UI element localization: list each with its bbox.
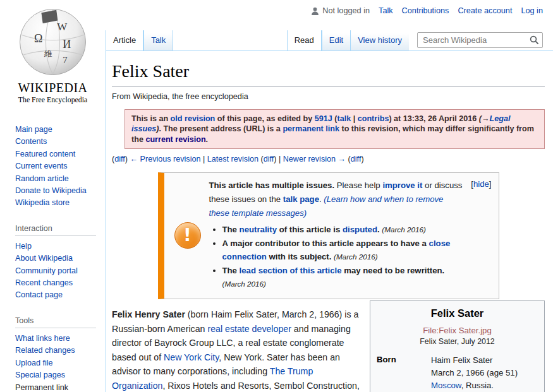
sidebar-item-wikipedia-store[interactable]: Wikipedia store — [15, 197, 98, 209]
hide-bracket-close: ] — [489, 179, 492, 189]
namespace-tabs: Article Talk — [106, 30, 173, 51]
hide-toggle[interactable]: [hide] — [471, 179, 491, 189]
sidebar-item-permanent-link: Permanent link — [15, 382, 98, 392]
sidebar-item-recent-changes[interactable]: Recent changes — [15, 277, 98, 289]
login-status: Not logged in — [311, 6, 370, 15]
inline-link[interactable]: old revision — [171, 114, 216, 123]
tab-article[interactable]: Article — [106, 30, 143, 51]
personal-link-talk[interactable]: Talk — [379, 6, 393, 15]
inline-link[interactable]: Newer revision → — [283, 155, 346, 163]
personal-link-create-account[interactable]: Create account — [458, 6, 512, 15]
user-icon — [311, 7, 319, 15]
sidebar-item-main-page[interactable]: Main page — [15, 124, 98, 136]
text-run: (→ — [479, 114, 490, 123]
site-subtitle: From Wikipedia, the free encyclopedia — [112, 92, 545, 101]
svg-text:7: 7 — [63, 55, 67, 65]
hide-link[interactable]: hide — [473, 179, 489, 189]
inline-link[interactable]: diff — [351, 155, 362, 163]
infobox-caption: Felix Sater, July 2012 — [370, 336, 544, 352]
sidebar-nav-section: Main page Contents Featured content Curr… — [0, 124, 106, 210]
sidebar-item-contact-page[interactable]: Contact page — [15, 289, 98, 301]
inline-link[interactable]: ← Previous revision — [130, 155, 200, 163]
wikipedia-logo[interactable]: W Ω И 維 7 WIKIPEDIA The Free Encyclopedi… — [0, 0, 106, 105]
text-run: with its subject. — [267, 252, 334, 261]
infobox-value-born: Haim Felix SaterMarch 2, 1966 (age 51)Mo… — [431, 354, 539, 391]
svg-text:維: 維 — [44, 49, 52, 58]
search-input[interactable] — [417, 32, 543, 48]
infobox-title: Felix Sater — [370, 302, 544, 323]
text-run: ( — [258, 155, 264, 163]
tab-view-history[interactable]: View history — [350, 30, 409, 50]
inline-link[interactable]: 591J — [315, 114, 332, 123]
text-run: ) at 13:33, 26 April 2016 — [389, 114, 478, 123]
inline-link[interactable]: real estate developer — [207, 324, 291, 334]
sidebar-item-community-portal[interactable]: Community portal — [15, 265, 98, 277]
logo-wordmark: WIKIPEDIA — [0, 81, 106, 95]
text-run: ( — [346, 155, 351, 163]
text-run: (March 2016) — [222, 280, 267, 288]
text-run: Haim Felix Sater — [431, 355, 492, 365]
sidebar-item-contents[interactable]: Contents — [15, 136, 98, 148]
sidebar-item-featured-content[interactable]: Featured content — [15, 148, 98, 160]
inline-link[interactable]: diff — [264, 155, 274, 163]
svg-text:Ω: Ω — [34, 32, 42, 45]
issues-list: The neutrality of this article is disput… — [209, 223, 465, 290]
tab-bar-divider — [106, 50, 553, 51]
personal-link-log-in[interactable]: Log in — [521, 6, 543, 15]
inline-link[interactable]: talk page — [283, 194, 319, 204]
inline-link[interactable]: lead section of this article — [240, 266, 342, 275]
text-run: This is an — [131, 114, 171, 123]
inline-link[interactable]: Latest revision — [207, 155, 258, 163]
infobox-label-born: Born — [377, 354, 431, 391]
text-run: (March 2016) — [334, 252, 378, 261]
wikipedia-globe-icon: W Ω И 維 7 — [17, 6, 88, 78]
issue-item-lead-section: The lead section of this article may nee… — [222, 264, 465, 290]
inline-link[interactable]: improve it — [382, 181, 422, 190]
revision-diff-nav: (diff) ← Previous revision | Latest revi… — [112, 155, 545, 163]
warning-icon: ! — [174, 222, 201, 249]
inline-link[interactable]: talk — [337, 114, 351, 123]
tab-talk[interactable]: Talk — [143, 30, 173, 50]
sidebar-item-related-changes[interactable]: Related changes — [15, 345, 98, 357]
inline-link[interactable]: current revision — [145, 135, 205, 144]
inline-link[interactable]: permanent link — [283, 124, 339, 133]
inline-link[interactable]: neutrality — [240, 225, 277, 234]
not-logged-in-label: Not logged in — [322, 6, 370, 15]
inline-link[interactable]: New York City — [164, 352, 219, 362]
search-button[interactable] — [530, 35, 539, 47]
issue-item-neutrality: The neutrality of this article is disput… — [222, 223, 465, 236]
text-run: of this article is — [277, 225, 343, 234]
old-revision-notice: This is an old revision of this page, as… — [125, 109, 545, 150]
text-run: ) — [361, 155, 363, 163]
inline-link[interactable]: diff — [114, 155, 125, 163]
personal-link-contributions[interactable]: Contributions — [402, 6, 449, 15]
content-area: Felix Sater From Wikipedia, the free enc… — [106, 51, 553, 392]
text-run: . — [206, 135, 209, 144]
text-run: of this page, as edited by — [215, 114, 314, 123]
svg-text:W: W — [57, 21, 67, 33]
text-run: ) | — [274, 155, 283, 163]
sidebar-item-help[interactable]: Help — [15, 241, 98, 252]
sidebar-tools-section: Tools What links here Related changes Up… — [0, 316, 106, 392]
sidebar-item-upload-file[interactable]: Upload file — [15, 357, 98, 369]
sidebar-item-random-article[interactable]: Random article — [15, 173, 98, 185]
personal-bar: Not logged in Talk Contributions Create … — [311, 6, 543, 15]
tab-read[interactable]: Read — [287, 30, 322, 51]
svg-text:И: И — [63, 38, 71, 50]
page-title: Felix Sater — [112, 61, 545, 87]
sidebar-item-current-events[interactable]: Current events — [15, 160, 98, 172]
sidebar-item-what-links-here[interactable]: What links here — [15, 333, 98, 345]
missing-file-link[interactable]: File:Felix Sater.jpg — [423, 326, 491, 335]
sidebar-item-about-wikipedia[interactable]: About Wikipedia — [15, 252, 98, 264]
inline-link[interactable]: contribs — [358, 114, 389, 123]
tab-edit[interactable]: Edit — [322, 30, 350, 50]
text-run: . The present address (URL) is a — [159, 124, 283, 133]
sidebar-interaction-section: Interaction Help About Wikipedia Communi… — [0, 224, 106, 302]
sidebar-item-donate[interactable]: Donate to Wikipedia — [15, 185, 98, 197]
sidebar-item-special-pages[interactable]: Special pages — [15, 369, 98, 381]
inline-link[interactable]: disputed — [343, 225, 377, 234]
inline-link[interactable]: Moscow — [431, 381, 461, 390]
text-run: may need to be rewritten. — [342, 266, 445, 275]
text-run: March 2, 1966 (age 51) — [431, 368, 518, 377]
infobox-image-redlink: File:Felix Sater.jpg — [370, 323, 544, 336]
